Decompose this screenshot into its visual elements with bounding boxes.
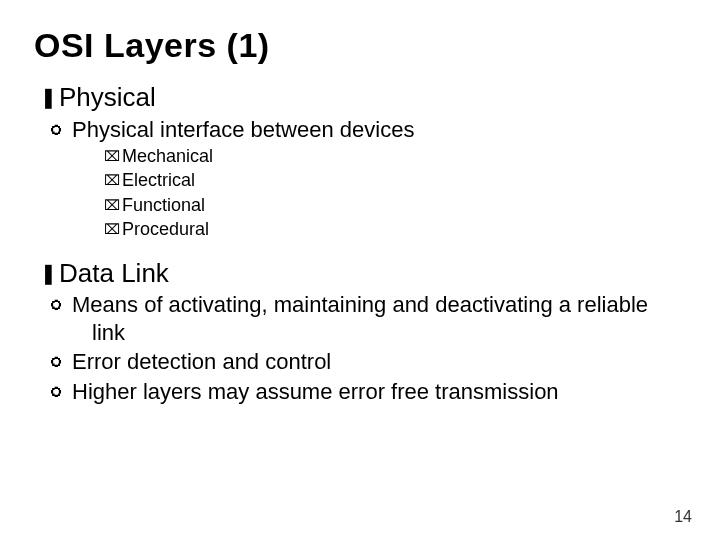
subsub-functional: ⌧Functional [104,194,686,217]
xbox-bullet-icon: ⌧ [104,220,120,238]
subbullet-means: ⭘Means of activating, maintaining and de… [70,291,686,346]
subbullet-label: Means of activating, maintaining and dea… [72,292,648,345]
subsub-label: Procedural [122,219,209,239]
slide: OSI Layers (1) ❚Physical ⭘Physical inter… [0,0,720,540]
xbox-bullet-icon: ⌧ [104,147,120,165]
bullet-physical: ❚Physical [40,81,686,114]
subbullet-label: Physical interface between devices [72,117,414,142]
subbullet-label: Error detection and control [72,349,331,374]
spacer [34,243,686,253]
bullet-label: Data Link [59,258,169,288]
bullet-datalink: ❚Data Link [40,257,686,290]
subsub-electrical: ⌧Electrical [104,169,686,192]
subsub-label: Electrical [122,170,195,190]
bullet-label: Physical [59,82,156,112]
xbox-bullet-icon: ⌧ [104,171,120,189]
page-number: 14 [674,508,692,526]
square-bullet-icon: ❚ [40,261,57,286]
subsub-label: Mechanical [122,146,213,166]
xbox-bullet-icon: ⌧ [104,196,120,214]
subbullet-higher-layers: ⭘Higher layers may assume error free tra… [70,378,686,406]
slide-title: OSI Layers (1) [34,26,686,65]
subbullet-label: Higher layers may assume error free tran… [72,379,559,404]
subbullet-error-detection: ⭘Error detection and control [70,348,686,376]
subsub-label: Functional [122,195,205,215]
subbullet-physical-interface: ⭘Physical interface between devices [70,116,686,144]
subsub-procedural: ⌧Procedural [104,218,686,241]
square-bullet-icon: ❚ [40,85,57,110]
subsub-mechanical: ⌧Mechanical [104,145,686,168]
